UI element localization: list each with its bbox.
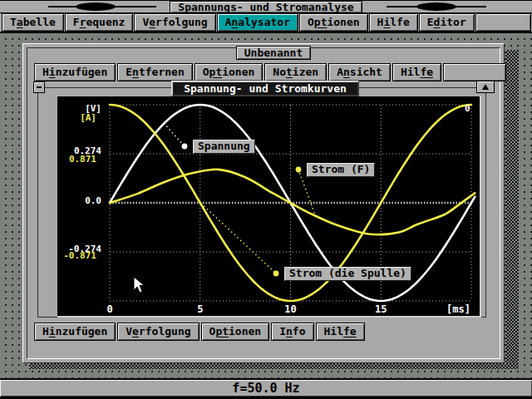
marker-dot-strom-die-spulle <box>273 271 279 277</box>
top-button-hinzuf-gen[interactable]: Hinzufügen <box>34 63 116 81</box>
bottom-button-info[interactable]: Info <box>271 323 313 341</box>
y-axis-label-0-871: -0.871 <box>47 251 96 261</box>
y-axis-label-a: [A] <box>47 113 96 123</box>
menu-item-hilfe[interactable]: Hilfe <box>369 13 418 32</box>
bottom-button-verfolgung[interactable]: Verfolgung <box>117 323 199 341</box>
chart-canvas <box>57 96 481 318</box>
chart-scroll-up-button[interactable] <box>476 81 495 93</box>
menu-item-tabelle[interactable]: Tabelle <box>2 13 64 32</box>
up-arrow-icon <box>482 84 489 90</box>
app-title: Spannungs- und Stromanalyse <box>170 1 362 13</box>
chart-title: Spannung- und Stromkurven <box>171 81 359 96</box>
button-row-spacer <box>443 63 506 81</box>
curve-label-strom-f[interactable]: Strom (F) <box>307 163 375 177</box>
x-axis-tick-0: 0 <box>97 304 122 314</box>
menu-item-frequenz[interactable]: Frequenz <box>65 13 134 32</box>
menubar: TabelleFrequenzVerfolgungAnalysatorOptio… <box>0 13 532 33</box>
menu-item-analysator[interactable]: Analysator <box>217 13 298 32</box>
top-button-entfernen[interactable]: Entfernen <box>117 63 192 81</box>
minus-icon <box>37 86 42 88</box>
menu-item-optionen[interactable]: Optionen <box>299 13 368 32</box>
status-bar: f=50.0 Hz <box>0 380 532 397</box>
curve-strom-f <box>110 170 475 234</box>
y-axis-label-0-871: 0.871 <box>47 155 96 165</box>
corner-label: 0 <box>465 104 470 114</box>
top-button-optionen[interactable]: Optionen <box>195 63 264 81</box>
x-axis-tick-10: 10 <box>278 304 303 314</box>
chart-minimize-button[interactable] <box>33 81 45 93</box>
y-axis-label-0-0: 0.0 <box>52 196 101 206</box>
top-button-hilfe[interactable]: Hilfe <box>392 63 441 81</box>
titlebar: Spannungs- und Stromanalyse <box>0 0 532 13</box>
bottom-button-optionen[interactable]: Optionen <box>201 323 270 341</box>
status-bar-wrap: f=50.0 Hz <box>0 378 532 399</box>
top-button-ansicht[interactable]: Ansicht <box>328 63 391 81</box>
desktop: Spannungs- und Stromanalyse TabelleFrequ… <box>0 0 532 399</box>
menu-item-editor[interactable]: Editor <box>419 13 475 32</box>
window-shadow-right <box>505 50 519 369</box>
bottom-button-row: HinzufügenVerfolgungOptionenInfoHilfe <box>34 323 367 341</box>
marker-dot-spannung <box>182 144 188 150</box>
titlebar-ornament-left <box>7 1 166 13</box>
window-title: Unbenannt <box>236 46 311 60</box>
window-shadow-bottom <box>29 363 519 369</box>
marker-dot-strom-f <box>296 167 302 173</box>
titlebar-ornament-right <box>363 1 505 13</box>
x-axis-tick-5: 5 <box>188 304 213 314</box>
menu-item-verfolgung[interactable]: Verfolgung <box>134 13 215 32</box>
curve-label-spannung[interactable]: Spannung <box>193 140 255 154</box>
plot-area: SpannungStrom (F)Strom (die Spulle)[V][A… <box>57 96 481 318</box>
x-axis-unit: [ms] <box>446 304 470 314</box>
curve-label-strom-die-spulle[interactable]: Strom (die Spulle) <box>284 267 411 281</box>
top-button-row: HinzufügenEntfernenOptionenNotizenAnsich… <box>34 63 508 81</box>
top-button-notizen[interactable]: Notizen <box>264 63 327 81</box>
bottom-button-hinzuf-gen[interactable]: Hinzufügen <box>34 323 116 341</box>
mouse-cursor <box>133 276 146 294</box>
bottom-button-hilfe[interactable]: Hilfe <box>316 323 365 341</box>
x-axis-tick-15: 15 <box>368 304 393 314</box>
main-window: Unbenannt HinzufügenEntfernenOptionenNot… <box>22 43 505 363</box>
menu-spacer <box>475 13 531 32</box>
